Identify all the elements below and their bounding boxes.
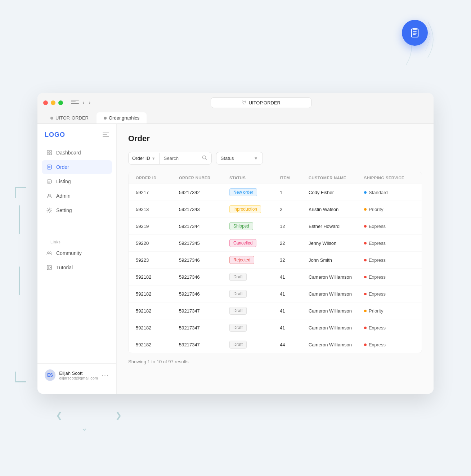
shipping-dot <box>364 293 367 295</box>
svg-marker-19 <box>49 266 51 269</box>
cell-item: 44 <box>280 342 309 347</box>
cell-orderid: 59217 <box>136 190 179 195</box>
browser-tabs: UITOP. ORDER Order.graphics <box>43 112 428 124</box>
shipping-dot <box>364 343 367 346</box>
sidebar-collapse-button[interactable] <box>103 132 109 138</box>
cell-item: 22 <box>280 241 309 246</box>
cell-shipping: Standard <box>364 190 414 195</box>
address-bar-wrap: 🛡 UITOP.ORDER <box>94 97 428 108</box>
search-icon <box>202 155 207 161</box>
cell-item: 41 <box>280 291 309 297</box>
shipping-text: Express <box>369 325 386 331</box>
cell-shipping: Express <box>364 342 414 347</box>
sidebar-item-dashboard[interactable]: Dashboard <box>42 146 112 160</box>
cell-shipping: Priority <box>364 207 414 212</box>
cell-status: Draft <box>229 324 280 332</box>
app-layout: LOGO Dashboard <box>37 124 434 394</box>
deco-chevron-2: ⌄ <box>81 423 88 433</box>
forward-button[interactable]: › <box>88 99 91 107</box>
cell-customer: Jenny Wilson <box>309 241 364 246</box>
sidebar-links: Links Community <box>37 234 116 275</box>
deco-line-2 <box>19 266 20 295</box>
cell-shipping: Priority <box>364 308 414 314</box>
floating-clipboard-icon <box>402 20 428 46</box>
browser-chrome: ‹ › 🛡 UITOP.ORDER UITOP. ORDER Order.gra… <box>37 93 434 124</box>
cell-item: 41 <box>280 308 309 314</box>
status-select[interactable]: Status ▼ <box>216 152 263 165</box>
tab-2[interactable]: Order.graphics <box>97 112 147 124</box>
sidebar-item-admin[interactable]: Admin <box>42 189 112 203</box>
filter-orderid-chevron: ▼ <box>152 156 156 161</box>
close-button[interactable] <box>43 100 48 105</box>
setting-icon <box>46 207 53 214</box>
maximize-button[interactable] <box>58 100 63 105</box>
shipping-text: Express <box>369 342 386 347</box>
cell-orderid: 59220 <box>136 241 179 246</box>
cell-shipping: Express <box>364 274 414 280</box>
tab-2-label: Order.graphics <box>109 115 139 121</box>
cell-shipping: Express <box>364 325 414 331</box>
back-button[interactable]: ‹ <box>82 99 85 107</box>
user-info: Elijah Scott elijarscott@gmail.com <box>59 371 98 380</box>
community-icon <box>46 250 53 256</box>
search-input[interactable] <box>164 156 200 161</box>
user-email: elijarscott@gmail.com <box>59 376 98 380</box>
listing-icon <box>46 178 53 185</box>
cell-ordernum: 59217347 <box>179 342 229 347</box>
cell-status: Cancelled <box>229 239 280 247</box>
corner-bracket-tl <box>15 187 26 198</box>
status-badge: Draft <box>229 324 247 332</box>
browser-window: ‹ › 🛡 UITOP.ORDER UITOP. ORDER Order.gra… <box>37 93 434 394</box>
cell-customer: Cameron Williamson <box>309 308 364 314</box>
dashboard-label: Dashboard <box>56 150 81 156</box>
user-more-button[interactable]: ··· <box>102 372 109 379</box>
table-header: ORDER ID ORDER NUBER STATUS ITEM CUSTOME… <box>129 172 422 184</box>
shipping-dot <box>364 191 367 194</box>
cell-status: Draft <box>229 341 280 349</box>
table-row[interactable]: 59213 59217343 Inproduction 2 Kristin Wa… <box>129 201 422 218</box>
svg-point-17 <box>50 252 51 253</box>
results-text: Showing 1 to 10 of 97 results <box>128 359 422 364</box>
table-row[interactable]: 592182 59217347 Draft 41 Cameron William… <box>129 302 422 319</box>
cell-item: 41 <box>280 274 309 280</box>
cell-status: Draft <box>229 307 280 315</box>
status-badge: Draft <box>229 290 247 298</box>
cell-shipping: Express <box>364 241 414 246</box>
sidebar-item-tutorial[interactable]: Tutorial <box>42 261 112 274</box>
filter-orderid-label[interactable]: Order ID ▼ <box>129 153 160 164</box>
table-row[interactable]: 59219 59217344 Shipped 12 Esther Howard … <box>129 218 422 235</box>
sidebar-item-order[interactable]: Order <box>42 160 112 174</box>
status-chevron-icon: ▼ <box>254 156 258 161</box>
cell-status: Draft <box>229 273 280 281</box>
cell-item: 1 <box>280 190 309 195</box>
address-bar[interactable]: 🛡 UITOP.ORDER <box>211 97 311 108</box>
cell-ordernum: 59217342 <box>179 190 229 195</box>
table-row[interactable]: 59223 59217346 Rejected 32 John Smith Ex… <box>129 252 422 269</box>
setting-label: Setting <box>56 207 72 213</box>
status-badge: Rejected <box>229 256 254 264</box>
cell-customer: Cameron Williamson <box>309 325 364 331</box>
minimize-button[interactable] <box>51 100 55 105</box>
shipping-text: Priority <box>369 207 383 212</box>
sidebar-item-listing[interactable]: Listing <box>42 175 112 188</box>
tab-1-label: UITOP. ORDER <box>55 115 89 121</box>
cell-shipping: Express <box>364 291 414 297</box>
table-row[interactable]: 59220 59217345 Cancelled 22 Jenny Wilson… <box>129 235 422 252</box>
sidebar-item-community[interactable]: Community <box>42 246 112 260</box>
shipping-dot <box>364 327 367 329</box>
shipping-dot <box>364 276 367 278</box>
shipping-text: Express <box>369 241 386 246</box>
cell-orderid: 59213 <box>136 207 179 212</box>
sidebar-item-setting[interactable]: Setting <box>42 203 112 217</box>
tab-1[interactable]: UITOP. ORDER <box>43 112 96 124</box>
cell-orderid: 592182 <box>136 342 179 347</box>
table-row[interactable]: 592182 59217347 Draft 44 Cameron William… <box>129 336 422 353</box>
shipping-dot <box>364 259 367 261</box>
table-row[interactable]: 59217 59217342 New order 1 Cody Fisher S… <box>129 184 422 201</box>
table-row[interactable]: 592182 59217346 Draft 41 Cameron William… <box>129 286 422 302</box>
header-orderid: ORDER ID <box>136 176 179 180</box>
table-row[interactable]: 592182 59217346 Draft 41 Cameron William… <box>129 269 422 286</box>
sidebar-toggle-icon[interactable] <box>71 100 79 105</box>
status-badge: Draft <box>229 307 247 315</box>
table-row[interactable]: 592182 59217347 Draft 41 Cameron William… <box>129 319 422 336</box>
